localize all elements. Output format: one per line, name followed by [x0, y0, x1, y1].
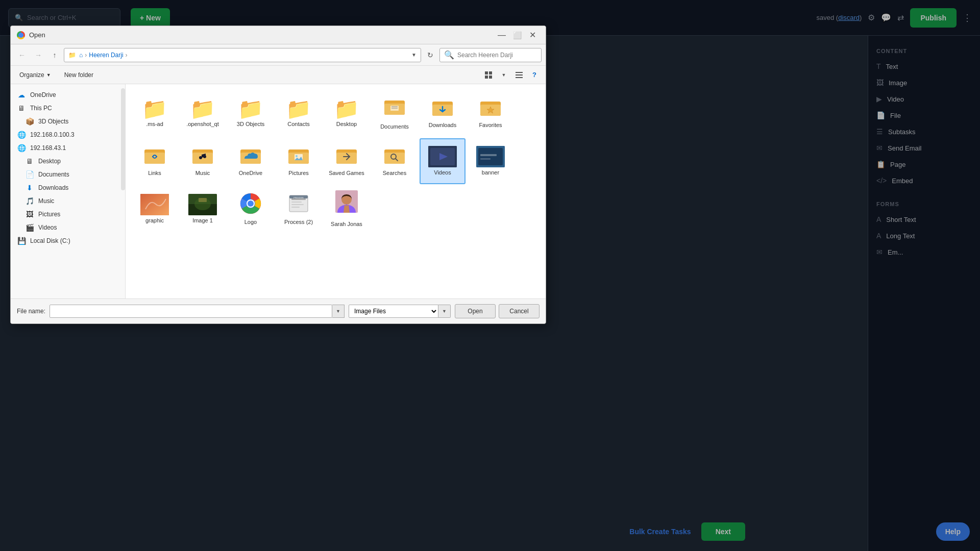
nav-item-desktop[interactable]: 🖥 Desktop: [11, 155, 125, 168]
file-item-favorites[interactable]: Favorites: [468, 90, 513, 136]
filename-input[interactable]: [50, 305, 332, 318]
filetype-dropdown-button[interactable]: ▼: [438, 305, 451, 318]
videos-nav-icon: 🎬: [25, 223, 34, 232]
folder-documents-icon: [383, 96, 406, 121]
dialog-overlay: Open — ⬜ ✕ ← → ↑ 📁 ⌂ › Heeren Darji › ▼: [0, 0, 980, 551]
help-info-button[interactable]: ?: [527, 68, 542, 82]
network-2-nav-icon: 🌐: [17, 144, 26, 152]
dialog-search-input[interactable]: [457, 52, 537, 59]
dialog-body: ☁ OneDrive 🖥 This PC 📦 3D Objects 🌐 192.…: [11, 84, 546, 298]
nav-label-this-pc: This PC: [30, 105, 52, 112]
nav-item-music[interactable]: 🎵 Music: [11, 194, 125, 208]
svg-rect-0: [485, 71, 488, 74]
nav-label-desktop: Desktop: [38, 158, 61, 165]
nav-item-3d-objects[interactable]: 📦 3D Objects: [11, 115, 125, 128]
svg-point-20: [199, 156, 202, 159]
file-item-searches[interactable]: Searches: [372, 138, 418, 184]
file-item-desktop[interactable]: 📁 Desktop: [324, 90, 370, 136]
file-name-music: Music: [195, 170, 210, 177]
file-name-banner: banner: [482, 169, 499, 176]
cancel-button[interactable]: Cancel: [499, 304, 540, 318]
file-item-documents[interactable]: Documents: [372, 90, 418, 136]
file-name-downloads: Downloads: [429, 122, 456, 129]
sarah-jonas-icon: [335, 190, 358, 219]
thumb-graphic: [140, 194, 169, 215]
new-folder-button[interactable]: New folder: [60, 69, 98, 81]
close-dialog-button[interactable]: ✕: [525, 28, 540, 42]
nav-scrollbar[interactable]: [121, 88, 125, 190]
svg-rect-45: [199, 198, 207, 202]
file-name-pictures: Pictures: [288, 170, 309, 177]
file-item-links[interactable]: Links: [132, 138, 178, 184]
file-item-sarah-jonas[interactable]: Sarah Jonas: [324, 186, 370, 232]
file-item-banner[interactable]: banner: [468, 138, 513, 184]
svg-rect-54: [291, 202, 302, 203]
filename-dropdown-button[interactable]: ▼: [332, 305, 345, 318]
nav-item-onedrive[interactable]: ☁ OneDrive: [11, 88, 125, 102]
file-item-logo[interactable]: Logo: [228, 186, 274, 232]
svg-rect-19: [192, 153, 213, 164]
view-details-button[interactable]: [512, 68, 526, 82]
file-name-onedrive: OneDrive: [239, 170, 262, 177]
file-item-onedrive[interactable]: OneDrive: [228, 138, 274, 184]
nav-item-downloads[interactable]: ⬇ Downloads: [11, 181, 125, 194]
downloads-nav-icon: ⬇: [25, 184, 34, 192]
local-disk-nav-icon: 💾: [17, 237, 26, 245]
address-dropdown-arrow[interactable]: ▼: [411, 52, 416, 58]
nav-label-videos: Videos: [38, 224, 57, 231]
file-item-image1[interactable]: Image 1: [180, 186, 226, 232]
file-item-contacts[interactable]: 📁 Contacts: [276, 90, 322, 136]
breadcrumb-sep-2: ›: [126, 52, 128, 59]
nav-item-videos[interactable]: 🎬 Videos: [11, 221, 125, 234]
file-item-videos[interactable]: Videos: [420, 138, 465, 184]
forward-button[interactable]: →: [31, 48, 45, 62]
maximize-button[interactable]: ⬜: [510, 28, 524, 42]
view-dropdown-button[interactable]: ▼: [497, 68, 511, 82]
nav-item-network-1[interactable]: 🌐 192.168.0.100.3: [11, 128, 125, 141]
breadcrumb-root[interactable]: ⌂: [79, 52, 83, 59]
file-item-ms-ad[interactable]: 📁 .ms-ad: [132, 90, 178, 136]
process-file-icon: PROCESS: [287, 192, 310, 217]
filetype-select[interactable]: Image Files: [349, 305, 438, 318]
file-item-graphic[interactable]: graphic: [132, 186, 178, 232]
back-button[interactable]: ←: [15, 48, 29, 62]
dialog-toolbar: ← → ↑ 📁 ⌂ › Heeren Darji › ▼ ↻ 🔍: [11, 44, 546, 66]
open-button[interactable]: Open: [455, 304, 496, 318]
minimize-button[interactable]: —: [495, 28, 509, 42]
svg-rect-3: [489, 76, 492, 79]
file-item-music[interactable]: Music: [180, 138, 226, 184]
nav-label-onedrive: OneDrive: [30, 91, 56, 98]
dialog-search-bar[interactable]: 🔍: [439, 48, 542, 62]
file-name-saved-games: Saved Games: [329, 170, 364, 177]
svg-rect-39: [480, 158, 491, 160]
file-item-saved-games[interactable]: Saved Games: [324, 138, 370, 184]
pictures-nav-icon: 🖼: [25, 210, 34, 218]
view-buttons: ▼ ?: [481, 68, 542, 82]
up-button[interactable]: ↑: [47, 48, 62, 62]
svg-point-21: [203, 155, 206, 158]
nav-item-network-2[interactable]: 🌐 192.168.43.1: [11, 141, 125, 155]
folder-onedrive-icon: [239, 145, 262, 168]
nav-label-local-disk: Local Disk (C:): [30, 237, 70, 244]
breadcrumb-heeren[interactable]: Heeren Darji: [89, 52, 123, 59]
file-item-pictures[interactable]: Pictures: [276, 138, 322, 184]
dialog-nav-panel: ☁ OneDrive 🖥 This PC 📦 3D Objects 🌐 192.…: [11, 84, 126, 298]
dialog-title-text: Open: [29, 31, 45, 39]
file-item-process2[interactable]: PROCESS Process (2): [276, 186, 322, 232]
file-item-3d-objects[interactable]: 📁 3D Objects: [228, 90, 274, 136]
svg-rect-38: [480, 154, 497, 156]
nav-item-this-pc[interactable]: 🖥 This PC: [11, 102, 125, 115]
organize-button[interactable]: Organize ▼: [15, 69, 56, 81]
file-name-videos: Videos: [434, 169, 451, 176]
file-item-openshot[interactable]: 📁 .openshot_qt: [180, 90, 226, 136]
refresh-button[interactable]: ↻: [423, 48, 437, 62]
folder-desktop-icon: 📁: [334, 98, 359, 119]
view-options-button[interactable]: [481, 68, 496, 82]
nav-item-pictures[interactable]: 🖼 Pictures: [11, 208, 125, 221]
nav-item-local-disk[interactable]: 💾 Local Disk (C:): [11, 234, 125, 247]
3d-objects-nav-icon: 📦: [25, 117, 34, 126]
address-bar[interactable]: 📁 ⌂ › Heeren Darji › ▼: [64, 48, 421, 62]
file-item-downloads[interactable]: Downloads: [420, 90, 465, 136]
nav-item-documents[interactable]: 📄 Documents: [11, 168, 125, 181]
nav-label-documents: Documents: [38, 171, 69, 178]
